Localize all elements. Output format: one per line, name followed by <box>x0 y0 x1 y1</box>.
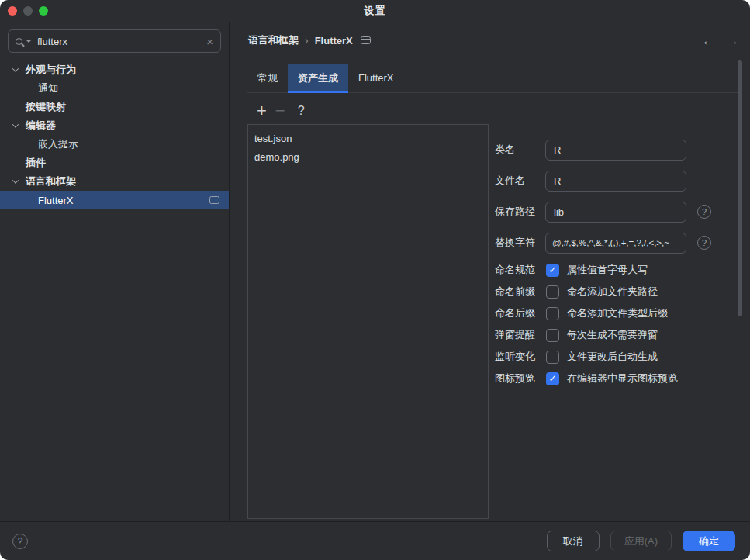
sidebar-item-notifications[interactable]: 通知 <box>0 79 229 98</box>
settings-search-box[interactable]: × <box>8 29 221 53</box>
history-navigation: ← → <box>702 34 739 48</box>
checkbox-unchecked[interactable] <box>546 307 559 320</box>
class-name-field[interactable] <box>545 140 686 161</box>
help-icon[interactable]: ? <box>12 534 28 549</box>
forward-arrow-icon: → <box>727 34 739 48</box>
tab-general[interactable]: 常规 <box>247 64 288 92</box>
settings-dialog: 设置 × 外观与行为 通知 按键映射 编辑器 嵌入提 <box>0 0 750 560</box>
zoom-window-button[interactable] <box>39 6 48 16</box>
minimize-window-button <box>23 6 33 16</box>
help-icon[interactable]: ? <box>697 236 711 250</box>
file-name-row: 文件名 <box>495 165 711 196</box>
breadcrumb-separator: › <box>305 34 309 47</box>
tab-flutterx[interactable]: FlutterX <box>348 64 404 92</box>
icon-preview-row: 图标预览 ✓ 在编辑器中显示图标预览 <box>495 368 678 389</box>
file-name-field[interactable] <box>545 171 686 192</box>
sidebar-item-editor[interactable]: 编辑器 <box>0 116 229 135</box>
search-input[interactable] <box>37 36 202 47</box>
sidebar-item-keymap[interactable]: 按键映射 <box>0 98 229 116</box>
cancel-button[interactable]: 取消 <box>547 531 600 551</box>
settings-sidebar: × 外观与行为 通知 按键映射 编辑器 嵌入提示 插件 <box>0 22 230 521</box>
window-title: 设置 <box>365 4 386 18</box>
checkbox-unchecked[interactable] <box>546 351 559 364</box>
breadcrumb: 语言和框架 › FlutterX <box>248 33 371 47</box>
footer-buttons: 取消 应用(A) 确定 <box>547 531 735 551</box>
tab-asset-generation[interactable]: 资产生成 <box>288 64 348 92</box>
search-options-caret-icon[interactable] <box>26 40 31 43</box>
class-name-label: 类名 <box>495 143 545 157</box>
checkbox-checked[interactable]: ✓ <box>546 264 559 277</box>
add-icon[interactable]: + <box>257 102 267 119</box>
file-list-toolbar: + − ? <box>257 102 305 119</box>
plugin-window-icon <box>209 196 219 204</box>
help-icon[interactable]: ? <box>298 104 305 118</box>
titlebar: 设置 <box>0 0 750 22</box>
watch-changes-row: 监听变化 文件更改后自动生成 <box>495 346 678 368</box>
clear-search-icon[interactable]: × <box>206 36 213 47</box>
help-icon[interactable]: ? <box>697 205 711 219</box>
remove-icon: − <box>275 102 285 119</box>
back-arrow-icon[interactable]: ← <box>702 34 714 48</box>
sidebar-item-appearance-behavior[interactable]: 外观与行为 <box>0 60 229 79</box>
generation-settings-checkboxes: 命名规范 ✓ 属性值首字母大写 命名前缀 命名添加文件夹路径 命名后缀 命名添加… <box>495 259 678 389</box>
settings-content: 语言和框架 › FlutterX ← → 常规 资产生成 FlutterX + … <box>230 22 750 521</box>
list-item[interactable]: demo.png <box>248 147 488 166</box>
traffic-lights <box>8 6 48 16</box>
class-name-row: 类名 <box>495 134 711 165</box>
list-item[interactable]: test.json <box>248 129 488 147</box>
chevron-down-icon[interactable] <box>13 179 26 184</box>
sidebar-item-flutterx[interactable]: FlutterX <box>0 191 229 209</box>
plugin-window-icon <box>361 36 371 44</box>
dialog-footer: ? 取消 应用(A) 确定 <box>0 521 750 560</box>
breadcrumb-current: FlutterX <box>315 35 353 47</box>
sidebar-item-plugins[interactable]: 插件 <box>0 154 229 172</box>
close-window-button[interactable] <box>8 6 17 16</box>
sidebar-item-inlay-hints[interactable]: 嵌入提示 <box>0 135 229 154</box>
naming-suffix-row: 命名后缀 命名添加文件类型后缀 <box>495 302 678 324</box>
search-icon <box>16 38 22 45</box>
chevron-down-icon[interactable] <box>13 123 26 128</box>
naming-prefix-row: 命名前缀 命名添加文件夹路径 <box>495 281 678 302</box>
checkbox-unchecked[interactable] <box>546 285 559 299</box>
breadcrumb-parent[interactable]: 语言和框架 <box>248 33 299 47</box>
asset-file-list[interactable]: test.json demo.png <box>247 124 489 519</box>
checkbox-checked[interactable]: ✓ <box>546 372 559 385</box>
replace-chars-row: 替换字符 ? <box>495 227 711 258</box>
replace-chars-label: 替换字符 <box>495 236 545 250</box>
apply-button: 应用(A) <box>610 531 672 551</box>
generation-settings-fields: 类名 文件名 保存路径 ? 替换字符 ? <box>495 134 711 258</box>
checkbox-unchecked[interactable] <box>546 329 559 342</box>
save-path-row: 保存路径 ? <box>495 196 711 227</box>
settings-tree: 外观与行为 通知 按键映射 编辑器 嵌入提示 插件 语言和框架 <box>0 60 229 209</box>
sidebar-item-languages-frameworks[interactable]: 语言和框架 <box>0 172 229 191</box>
popup-reminder-row: 弹窗提醒 每次生成不需要弹窗 <box>495 324 678 346</box>
tab-bar: 常规 资产生成 FlutterX <box>247 64 738 93</box>
save-path-label: 保存路径 <box>495 205 545 219</box>
chevron-down-icon[interactable] <box>13 67 26 72</box>
replace-chars-field[interactable] <box>545 233 686 254</box>
save-path-field[interactable] <box>545 202 686 223</box>
ok-button[interactable]: 确定 <box>683 531 735 551</box>
vertical-scrollbar[interactable] <box>738 60 742 316</box>
file-name-label: 文件名 <box>495 174 545 188</box>
naming-convention-row: 命名规范 ✓ 属性值首字母大写 <box>495 259 678 281</box>
